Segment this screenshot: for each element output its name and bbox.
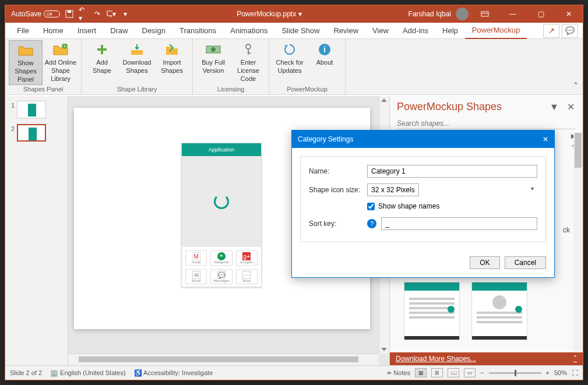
app-gplus: g+Google+ — [236, 250, 258, 266]
download-icon — [129, 43, 145, 56]
slideshow-view-icon[interactable]: ▭ — [464, 368, 476, 377]
accessibility-status[interactable]: ♿ Accessibility: Investigate — [134, 369, 213, 377]
tab-view[interactable]: View — [365, 23, 396, 39]
group-shapes-panel: Shapes Panel — [9, 85, 78, 93]
tab-addins[interactable]: Add-ins — [396, 23, 435, 39]
shape-preview-2[interactable] — [471, 282, 527, 340]
thumb-number: 2 — [8, 124, 15, 132]
show-names-checkbox[interactable] — [367, 203, 375, 210]
tab-insert[interactable]: Insert — [71, 23, 104, 39]
truncated-text: ck — [563, 226, 570, 234]
shape-preview-1[interactable] — [404, 282, 460, 340]
svg-rect-12 — [248, 49, 249, 55]
close-button[interactable]: ✕ — [557, 5, 580, 23]
show-shapes-panel-button[interactable]: Show Shapes Panel — [9, 40, 43, 85]
group-powermockup: PowerMockup — [273, 85, 341, 93]
user-name[interactable]: Farshad Iqbal — [409, 10, 451, 18]
sort-key-input[interactable] — [381, 217, 537, 230]
tab-review[interactable]: Review — [326, 23, 365, 39]
title-bar: AutoSave Off ↶ ▾ ↷ ▾ ▾ PowerMockup.pptx … — [5, 5, 583, 23]
ribbon-display-icon[interactable] — [473, 5, 497, 23]
mockup-header: Application — [182, 143, 261, 156]
search-shapes-input[interactable] — [397, 118, 576, 129]
tab-home[interactable]: Home — [36, 23, 71, 39]
cancel-button[interactable]: Cancel — [505, 256, 546, 269]
tab-powermockup[interactable]: PowerMockup — [465, 23, 527, 39]
status-bar: Slide 2 of 2 🏢 English (United States) ♿… — [5, 365, 583, 380]
spinner-icon — [214, 194, 229, 209]
tab-help[interactable]: Help — [435, 23, 465, 39]
about-button[interactable]: i About — [308, 40, 341, 85]
zoom-out-button[interactable]: − — [480, 369, 484, 376]
normal-view-icon[interactable]: ▦ — [415, 368, 427, 377]
qat-more-icon[interactable]: ▾ — [121, 9, 130, 19]
document-title[interactable]: PowerMockup.pptx ▾ — [130, 10, 409, 18]
fit-window-icon[interactable]: ⛶ — [572, 369, 578, 376]
redo-icon[interactable]: ↷ — [93, 9, 102, 19]
sort-key-label: Sort key: — [309, 220, 367, 228]
download-shapes-button[interactable]: Download Shapes — [120, 40, 154, 85]
help-icon[interactable]: ? — [367, 219, 376, 228]
mockup-body — [182, 156, 261, 247]
dialog-close-icon[interactable]: ✕ — [543, 135, 548, 143]
undo-icon[interactable]: ↶ ▾ — [79, 9, 88, 19]
share-icon[interactable]: ↗ — [543, 24, 559, 38]
check-updates-button[interactable]: Check for Updates — [273, 40, 307, 85]
zoom-level[interactable]: 50% — [554, 369, 567, 376]
thumb-number: 1 — [8, 101, 15, 109]
slide-thumbnail-1[interactable] — [17, 101, 46, 118]
import-icon — [164, 43, 180, 56]
slide-counter[interactable]: Slide 2 of 2 — [10, 369, 42, 376]
panel-close-icon[interactable]: ✕ — [565, 101, 576, 112]
tab-design[interactable]: Design — [135, 23, 172, 39]
autosave-state: Off — [47, 12, 52, 16]
import-shapes-button[interactable]: Import Shapes — [155, 40, 189, 85]
app-email: ✉Email — [185, 269, 207, 284]
app-more: ⋯More — [236, 269, 258, 284]
tab-transitions[interactable]: Transitions — [172, 23, 223, 39]
user-avatar[interactable] — [456, 8, 469, 20]
svg-text:+: + — [64, 44, 66, 49]
download-more-link[interactable]: Download More Shapes...˄ — [390, 352, 583, 365]
notes-button[interactable]: ≐ Notes — [386, 369, 410, 377]
money-icon — [205, 43, 221, 56]
zoom-in-button[interactable]: + — [546, 369, 550, 376]
ok-button[interactable]: OK — [470, 256, 499, 269]
tab-file[interactable]: File — [10, 23, 36, 39]
collapse-ribbon-icon[interactable]: ˄ — [569, 39, 583, 94]
add-shape-button[interactable]: Add Shape — [85, 40, 119, 85]
ribbon-tabs: File Home Insert Draw Design Transitions… — [5, 23, 583, 39]
autosave-toggle[interactable]: AutoSave Off — [11, 10, 60, 18]
icon-size-select[interactable]: 32 x 32 Pixels — [367, 183, 419, 196]
save-icon[interactable] — [65, 9, 74, 19]
maximize-button[interactable]: ▢ — [529, 5, 552, 23]
show-names-label: Show shape names — [378, 202, 439, 210]
enter-license-button[interactable]: Enter License Code — [231, 40, 265, 85]
panel-scrollbar[interactable] — [573, 133, 583, 352]
reading-view-icon[interactable]: 📖 — [448, 368, 459, 377]
horizontal-scrollbar[interactable] — [68, 354, 379, 365]
language-status[interactable]: 🏢 English (United States) — [50, 369, 126, 377]
sorter-view-icon[interactable]: ⊞ — [431, 368, 443, 377]
plus-icon — [94, 43, 110, 56]
tab-animations[interactable]: Animations — [223, 23, 274, 39]
comments-icon[interactable]: 💬 — [562, 24, 578, 38]
app-messages: 💬Messages — [210, 269, 232, 284]
tab-slideshow[interactable]: Slide Show — [274, 23, 326, 39]
buy-full-button[interactable]: Buy Full Version — [196, 40, 230, 85]
svg-point-10 — [211, 47, 216, 52]
refresh-icon — [281, 43, 298, 56]
tab-draw[interactable]: Draw — [103, 23, 135, 39]
minimize-button[interactable]: — — [501, 5, 524, 23]
slide-thumbnail-2[interactable] — [17, 124, 46, 142]
panel-options-icon[interactable]: ▼ — [549, 102, 559, 112]
phone-mockup[interactable]: Application MGmail ❝Hangouts g+Google+ ✉… — [181, 143, 262, 287]
name-input[interactable] — [367, 165, 537, 178]
add-online-library-button[interactable]: + Add Online Shape Library — [44, 40, 78, 85]
zoom-slider[interactable] — [489, 372, 541, 374]
folder-icon — [17, 43, 34, 57]
folder-plus-icon: + — [52, 43, 69, 56]
svg-rect-13 — [248, 52, 251, 54]
present-icon[interactable]: ▾ — [107, 9, 116, 19]
svg-rect-4 — [481, 12, 488, 16]
